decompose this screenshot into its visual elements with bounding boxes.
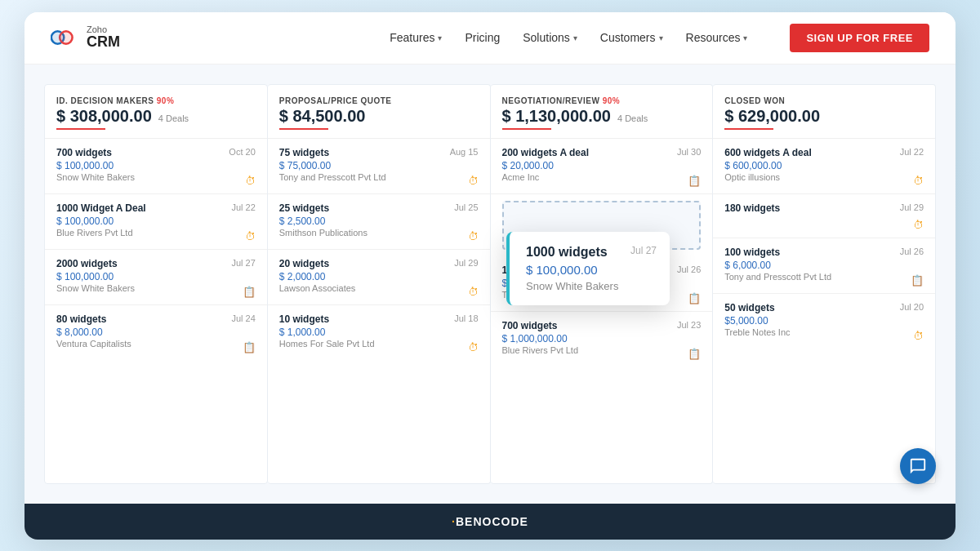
customers-chevron-icon: ▾	[659, 33, 663, 42]
footer: ·BENOCODE	[24, 504, 956, 540]
deal-card[interactable]: 25 widgets Jul 25 $ 2,500.00 Smithson Pu…	[268, 194, 490, 250]
clock-icon: ⏱	[913, 219, 924, 231]
deal-card[interactable]: 75 widgets Aug 15 $ 75,000.00 Tony and P…	[268, 139, 490, 194]
tooltip-date: Jul 27	[630, 245, 657, 256]
kanban-board: ID. DECISION MAKERS 90% $ 308,000.00 4 D…	[44, 84, 936, 484]
svg-point-3	[60, 31, 72, 43]
footer-brand: ·BENOCODE	[452, 515, 528, 528]
col-amount-proposal: $ 84,500.00	[279, 107, 366, 126]
chat-icon	[909, 457, 927, 475]
nav-solutions[interactable]: Solutions ▾	[523, 31, 577, 44]
col-amount-negotiation: $ 1,130,000.00	[502, 107, 611, 126]
nav-pricing[interactable]: Pricing	[465, 31, 500, 44]
col-header-proposal: PROPOSAL/PRICE QUOTE $ 84,500.00	[268, 85, 490, 139]
col-deals-id-decision-makers: 4 Deals	[158, 113, 189, 123]
signup-button[interactable]: SIGN UP FOR FREE	[790, 24, 929, 52]
calendar-icon: 📋	[688, 175, 701, 187]
deal-card[interactable]: 10 widgets Jul 18 $ 1,000.00 Homes For S…	[268, 305, 490, 360]
solutions-chevron-icon: ▾	[573, 33, 577, 42]
deal-card[interactable]: 80 widgets Jul 24 $ 8,000.00 Ventura Cap…	[45, 305, 267, 360]
nav-customers[interactable]: Customers ▾	[600, 31, 663, 44]
deal-card[interactable]: 700 widgets Oct 20 $ 100,000.00 Snow Whi…	[45, 139, 267, 194]
calendar-icon: 📋	[688, 348, 701, 360]
tooltip-amount: $ 100,000.00	[526, 263, 653, 277]
clock-icon: ⏱	[913, 175, 924, 187]
deal-card[interactable]: 700 widgets Jul 23 $ 1,000,000.00 Blue R…	[491, 312, 713, 367]
logo-area: Zoho CRM	[51, 24, 120, 51]
chat-button[interactable]	[900, 448, 936, 484]
col-header-negotiation: NEGOTIATION/REVIEW 90% $ 1,130,000.00 4 …	[491, 85, 713, 139]
logo-crm-text: CRM	[87, 34, 120, 51]
deal-card[interactable]: 200 widgets A deal Jul 30 $ 20,000.00 Ac…	[491, 139, 713, 194]
nav-features[interactable]: Features ▾	[390, 31, 442, 44]
col-amount-closed-won: $ 629,000.00	[724, 107, 820, 126]
navbar: Zoho CRM Features ▾ Pricing Solutions ▾ …	[24, 12, 956, 64]
clock-icon: ⏱	[468, 230, 479, 242]
calendar-icon: 📋	[243, 341, 256, 353]
clock-icon: ⏱	[468, 286, 479, 298]
nav-links: Features ▾ Pricing Solutions ▾ Customers…	[390, 24, 929, 52]
clock-icon: ⏱	[913, 330, 924, 342]
calendar-icon: 📋	[243, 286, 256, 298]
clock-icon: ⏱	[245, 230, 256, 242]
column-proposal-price-quote: PROPOSAL/PRICE QUOTE $ 84,500.00 75 widg…	[268, 84, 491, 484]
deal-card[interactable]: 600 widgets A deal Jul 22 $ 600,000.00 O…	[713, 139, 935, 194]
col-title-id-decision-makers: ID. DECISION MAKERS 90%	[56, 96, 256, 105]
resources-chevron-icon: ▾	[743, 33, 747, 42]
zoho-logo-icon	[51, 28, 80, 47]
column-id-decision-makers: ID. DECISION MAKERS 90% $ 308,000.00 4 D…	[44, 84, 268, 484]
nav-resources[interactable]: Resources ▾	[686, 31, 748, 44]
logo-text: Zoho CRM	[87, 24, 120, 51]
col-title-proposal: PROPOSAL/PRICE QUOTE	[279, 96, 479, 105]
clock-icon: ⏱	[245, 175, 256, 187]
features-chevron-icon: ▾	[438, 33, 442, 42]
calendar-icon: 📋	[911, 274, 924, 287]
drag-tooltip-card: Jul 27 1000 widgets $ 100,000.00 Snow Wh…	[506, 232, 670, 305]
calendar-icon: 📋	[688, 292, 701, 304]
col-title-negotiation: NEGOTIATION/REVIEW 90%	[502, 96, 702, 105]
main-content: ID. DECISION MAKERS 90% $ 308,000.00 4 D…	[24, 64, 956, 504]
deal-card[interactable]: 20 widgets Jul 29 $ 2,000.00 Lawson Asso…	[268, 250, 490, 305]
deal-card[interactable]: 50 widgets Jul 20 $5,000.00 Treble Notes…	[713, 294, 935, 349]
tooltip-company: Snow White Bakers	[526, 280, 653, 292]
deal-card[interactable]: 180 widgets Jul 29 ⏱	[713, 194, 935, 238]
col-header-closed-won: CLOSED WON $ 629,000.00	[713, 85, 935, 139]
deal-card[interactable]: 100 widgets Jul 26 $ 6,000.00 Tony and P…	[713, 238, 935, 294]
clock-icon: ⏱	[468, 341, 479, 353]
deal-card[interactable]: 1000 Widget A Deal Jul 22 $ 100,000.00 B…	[45, 194, 267, 250]
col-deals-negotiation: 4 Deals	[617, 113, 648, 123]
col-amount-id-decision-makers: $ 308,000.00	[56, 107, 152, 126]
col-header-id-decision-makers: ID. DECISION MAKERS 90% $ 308,000.00 4 D…	[45, 85, 267, 139]
col-title-closed-won: CLOSED WON	[724, 96, 924, 105]
deal-card[interactable]: 2000 widgets Jul 27 $ 100,000.00 Snow Wh…	[45, 250, 267, 305]
column-closed-won: CLOSED WON $ 629,000.00 600 widgets A de…	[713, 84, 936, 484]
clock-icon: ⏱	[468, 175, 479, 187]
